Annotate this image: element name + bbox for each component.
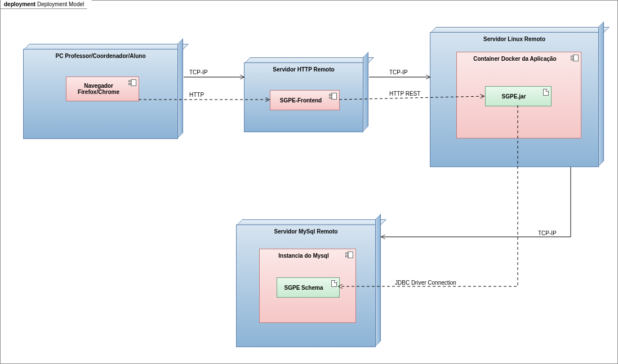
component-mysql-instance[interactable]: Instancia do Mysql SGPE Schema <box>259 249 356 323</box>
document-icon <box>331 280 337 287</box>
node-mysql-server[interactable]: Servidor MySql Remoto Instancia do Mysql… <box>236 224 376 347</box>
frame-kind: deployment <box>4 1 35 7</box>
node-http-server[interactable]: Servidor HTTP Remoto SGPE-Frontend <box>244 62 363 132</box>
component-docker-title: Container Docker da Aplicação <box>457 56 581 62</box>
artifact-jar-title: SGPE.jar <box>486 93 551 100</box>
node-pc-title: PC Professor/Coordenador/Aluno <box>24 53 177 59</box>
label-tcp-ip-1: TCP-IP <box>189 69 208 75</box>
node-http-server-title: Servidor HTTP Remoto <box>244 66 363 73</box>
component-browser[interactable]: Navegador Firefox/Chrome <box>66 77 139 101</box>
artifact-schema-title: SGPE Schema <box>277 285 339 291</box>
component-icon <box>571 55 579 61</box>
label-tcp-ip-2: TCP-IP <box>389 69 408 75</box>
artifact-jar[interactable]: SGPE.jar <box>485 86 552 106</box>
label-http: HTTP <box>189 92 204 98</box>
node-linux-server-title: Servidor Linux Remoto <box>430 36 598 42</box>
node-pc[interactable]: PC Professor/Coordenador/Aluno Navegador… <box>23 49 178 139</box>
artifact-schema[interactable]: SGPE Schema <box>277 277 340 298</box>
label-tcp-ip-3: TCP-IP <box>538 230 557 236</box>
node-mysql-server-title: Servidor MySql Remoto <box>237 228 375 235</box>
component-icon <box>128 79 136 86</box>
component-icon <box>329 93 337 100</box>
component-browser-title: Navegador Firefox/Chrome <box>66 83 139 95</box>
frame-title: Deployment Model <box>37 1 84 7</box>
component-icon <box>345 251 353 258</box>
label-http-rest: HTTP REST <box>389 91 420 97</box>
component-mysql-instance-title: Instancia do Mysql <box>260 253 355 259</box>
conn-linux-mysql <box>381 167 571 237</box>
label-jdbc: JDBC Driver Connection <box>395 280 456 286</box>
component-frontend[interactable]: SGPE-Frontend <box>270 90 340 110</box>
component-docker[interactable]: Container Docker da Aplicação SGPE.jar <box>456 52 581 138</box>
diagram-frame: deployment Deployment Model PC Professor… <box>0 0 618 364</box>
frame-tag: deployment Deployment Model <box>0 0 92 9</box>
node-linux-server[interactable]: Servidor Linux Remoto Container Docker d… <box>430 32 599 167</box>
document-icon <box>543 89 549 96</box>
